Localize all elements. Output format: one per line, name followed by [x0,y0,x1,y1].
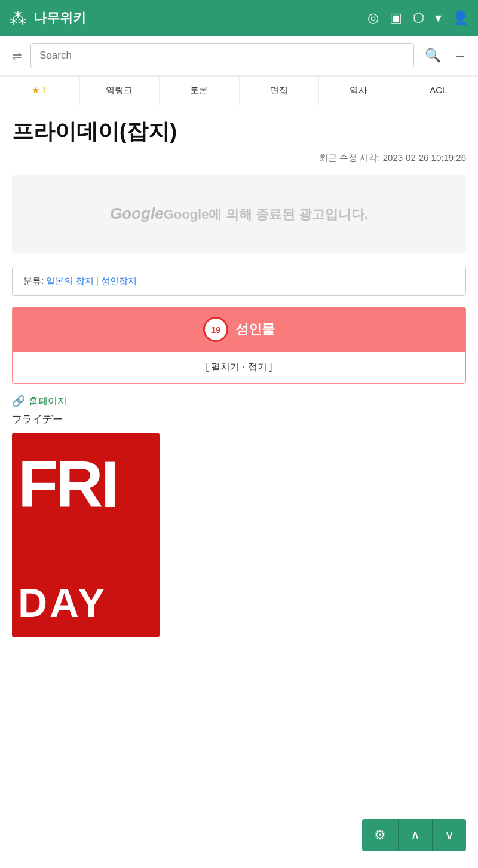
search-bar: ⇌ 🔍 → [0,36,478,77]
link-icon: 🔗 [12,395,25,408]
tab-star-label: ★ 1 [32,85,47,95]
japanese-title: フライデー [12,412,466,426]
last-modified-label: 최근 수정 시각: [319,152,381,163]
magazine-cover-image: FRI DAY [12,433,160,637]
adult-header: 19 성인물 [13,307,465,352]
adult-toggle-button[interactable]: [ 펼치기 · 접기 ] [13,352,465,383]
box-icon[interactable]: ⬡ [413,10,424,26]
dropdown-icon[interactable]: ▾ [435,10,442,26]
homepage-link[interactable]: 🔗 홈페이지 [12,395,466,408]
tabs-nav: ★ 1 역링크 토론 편집 역사 ACL [0,77,478,105]
tab-history[interactable]: 역사 [319,77,399,105]
user-icon[interactable]: 👤 [452,10,468,26]
tab-backlink-label: 역링크 [106,85,133,95]
magazine-day-text: DAY [18,579,107,626]
chat-icon[interactable]: ▣ [390,10,402,26]
tab-acl-label: ACL [430,85,447,95]
page-content: 프라이데이(잡지) 최근 수정 시각: 2023-02-26 10:19:26 … [0,105,478,637]
tab-star[interactable]: ★ 1 [0,77,80,105]
page-title: 프라이데이(잡지) [12,117,466,146]
tab-discussion-label: 토론 [190,85,208,95]
tab-discussion[interactable]: 토론 [160,77,240,105]
tab-acl[interactable]: ACL [399,77,479,105]
ad-area: GoogleGoogle에 의해 종료된 광고입니다. [12,175,466,253]
go-arrow-button[interactable]: → [452,47,468,65]
ad-ended-text: Google에 의해 종료된 광고입니다. [164,207,368,222]
category-prefix: 분류: [23,276,44,286]
tab-history-label: 역사 [350,85,367,95]
logo-area: ⁂ 나무위키 [10,8,86,28]
homepage-label: 홈페이지 [29,395,67,408]
top-header: ⁂ 나무위키 ◎ ▣ ⬡ ▾ 👤 [0,0,478,36]
category-separator: | [96,276,101,286]
last-modified-value: 2023-02-26 10:19:26 [383,152,466,163]
adult-banner: 19 성인물 [ 펼치기 · 접기 ] [12,307,466,384]
tab-backlink[interactable]: 역링크 [80,77,160,105]
search-input[interactable] [30,43,414,68]
compass-icon[interactable]: ◎ [367,10,379,26]
shuffle-button[interactable]: ⇌ [10,46,24,65]
ad-text: GoogleGoogle에 의해 종료된 광고입니다. [110,207,368,222]
logo-text[interactable]: 나무위키 [33,9,86,27]
adult-label: 성인물 [235,320,275,338]
category-japanese-magazines[interactable]: 일본의 잡지 [46,276,93,286]
category-adult-magazines[interactable]: 성인잡지 [101,276,137,286]
category-box: 분류: 일본의 잡지 | 성인잡지 [12,267,466,296]
tab-edit-label: 편집 [270,85,288,95]
tab-edit[interactable]: 편집 [240,77,320,105]
search-button[interactable]: 🔍 [420,45,446,66]
logo-tree-icon: ⁂ [10,8,26,28]
age-badge: 19 [203,317,228,342]
header-icons: ◎ ▣ ⬡ ▾ 👤 [367,10,468,26]
last-modified: 최근 수정 시각: 2023-02-26 10:19:26 [12,152,466,164]
magazine-fri-text: FRI [18,451,117,517]
